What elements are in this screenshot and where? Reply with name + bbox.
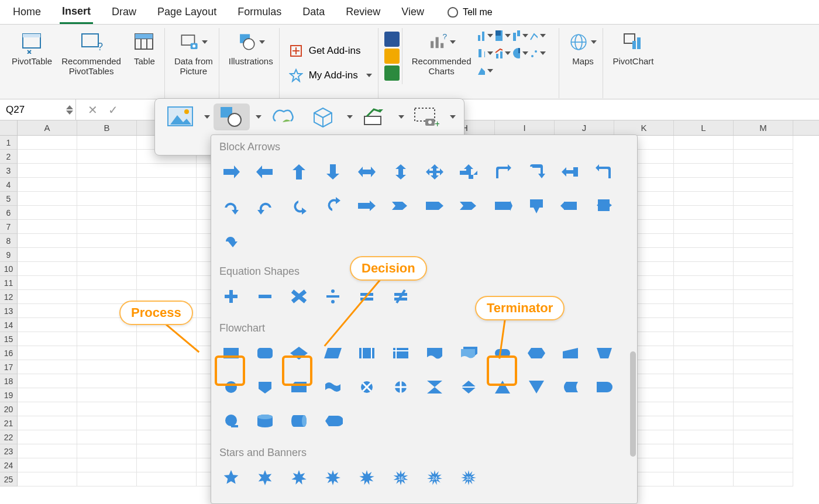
cell[interactable] (674, 430, 734, 444)
cell[interactable] (734, 304, 793, 318)
block-arrow-shape-23[interactable] (593, 194, 616, 218)
waterfall-chart-button[interactable] (512, 28, 528, 43)
cell[interactable] (77, 346, 137, 360)
flowchart-summing[interactable] (355, 375, 378, 399)
cell[interactable] (137, 374, 197, 388)
cell[interactable] (734, 360, 793, 374)
bing-icon[interactable] (384, 49, 400, 64)
block-arrow-shape-5[interactable] (389, 160, 412, 184)
row-header[interactable]: 11 (0, 276, 18, 290)
cell[interactable] (734, 178, 793, 192)
block-arrow-shape-17[interactable] (389, 194, 412, 218)
cell[interactable] (77, 416, 137, 430)
cell[interactable] (77, 374, 137, 388)
equation-shape-1[interactable] (253, 285, 277, 308)
row-header[interactable]: 22 (0, 430, 18, 444)
cell[interactable] (137, 444, 197, 458)
cell[interactable] (137, 472, 197, 486)
cell[interactable] (18, 388, 77, 402)
cell[interactable] (674, 416, 734, 430)
cell[interactable] (734, 290, 793, 304)
star-shape-3[interactable] (321, 466, 345, 489)
cell[interactable] (674, 374, 734, 388)
recommended-charts-button[interactable]: ? Recommended Charts (412, 28, 472, 77)
cell[interactable] (18, 164, 77, 178)
row-header[interactable]: 20 (0, 402, 18, 416)
name-box-input[interactable] (6, 104, 58, 116)
flowchart-card[interactable] (287, 375, 311, 399)
cell[interactable] (734, 318, 793, 332)
cell[interactable] (18, 136, 77, 150)
flowchart-manual-operation[interactable] (593, 341, 616, 365)
flowchart-document[interactable] (423, 341, 446, 365)
equation-shape-0[interactable] (219, 285, 243, 308)
cell[interactable] (77, 430, 137, 444)
data-from-picture-button[interactable]: Data from Picture (174, 28, 213, 77)
row-header[interactable]: 23 (0, 444, 18, 458)
tab-formulas[interactable]: Formulas (235, 1, 284, 23)
flowchart-collate[interactable] (423, 375, 446, 399)
block-arrow-shape-6[interactable] (423, 160, 446, 184)
cell[interactable] (77, 206, 137, 220)
cell[interactable] (18, 192, 77, 206)
row-header[interactable]: 7 (0, 220, 18, 234)
cell[interactable] (674, 458, 734, 472)
cell[interactable] (674, 248, 734, 262)
cell[interactable] (734, 388, 793, 402)
combo-chart-button[interactable] (494, 46, 511, 61)
cell[interactable] (77, 472, 137, 486)
star-shape-1[interactable] (253, 466, 277, 489)
cell[interactable] (734, 472, 793, 486)
row-header[interactable]: 24 (0, 458, 18, 472)
cell[interactable] (734, 374, 793, 388)
tell-me[interactable]: Tell me (448, 7, 493, 18)
star-shape-0[interactable] (219, 466, 243, 489)
my-addins-button[interactable]: My Add-ins (289, 68, 372, 82)
cell[interactable] (18, 472, 77, 486)
tab-draw[interactable]: Draw (109, 1, 139, 23)
column-header[interactable]: M (734, 120, 793, 135)
column-header[interactable]: B (77, 120, 137, 135)
cell[interactable] (137, 220, 197, 234)
cell[interactable] (18, 206, 77, 220)
3d-models-dropdown[interactable] (305, 103, 341, 130)
cell[interactable] (674, 318, 734, 332)
flowchart-manual-input[interactable] (559, 341, 582, 365)
pivottable-button[interactable]: PivotTable (12, 28, 52, 77)
equation-shape-3[interactable] (321, 285, 345, 308)
flowchart-process[interactable] (219, 341, 243, 365)
cell[interactable] (734, 276, 793, 290)
block-arrow-shape-7[interactable] (457, 160, 480, 184)
cell[interactable] (77, 402, 137, 416)
recommended-pivottables-button[interactable]: ? Recommended PivotTables (61, 28, 121, 77)
visio-icon[interactable] (384, 32, 400, 47)
cell[interactable] (18, 444, 77, 458)
row-header[interactable]: 2 (0, 150, 18, 164)
flowchart-direct-access[interactable] (287, 409, 311, 433)
flowchart-sort[interactable] (457, 375, 480, 399)
column-header[interactable]: J (555, 120, 614, 135)
cell[interactable] (137, 192, 197, 206)
cell[interactable] (674, 192, 734, 206)
scatter-chart-button[interactable] (529, 46, 546, 61)
people-graph-icon[interactable] (384, 65, 400, 81)
cell[interactable] (674, 136, 734, 150)
flowchart-decision[interactable] (287, 341, 311, 365)
cell[interactable] (18, 360, 77, 374)
screenshot-dropdown[interactable]: + (408, 103, 444, 130)
cell[interactable] (734, 346, 793, 360)
column-header[interactable]: A (18, 120, 77, 135)
flowchart-or[interactable] (389, 375, 412, 399)
cell[interactable] (674, 360, 734, 374)
flowchart-stored-data[interactable] (559, 375, 582, 399)
pictures-dropdown[interactable] (162, 103, 198, 130)
cell[interactable] (77, 458, 137, 472)
cell[interactable] (77, 150, 137, 164)
cell[interactable] (77, 248, 137, 262)
block-arrow-shape-20[interactable] (491, 194, 514, 218)
cell[interactable] (137, 248, 197, 262)
row-header[interactable]: 14 (0, 318, 18, 332)
cell[interactable] (137, 346, 197, 360)
block-arrow-shape-19[interactable] (457, 194, 480, 218)
cell[interactable] (137, 234, 197, 248)
